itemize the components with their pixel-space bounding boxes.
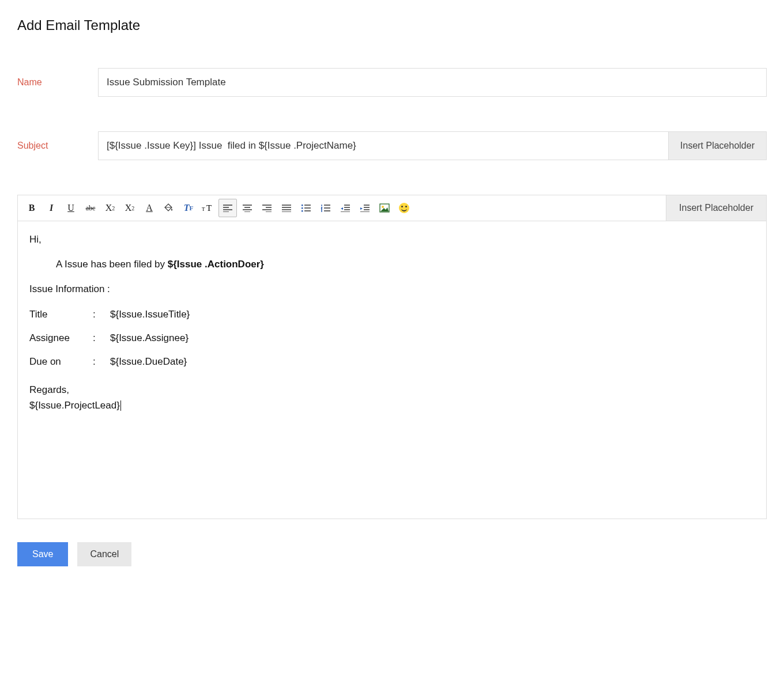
svg-marker-46 (380, 207, 389, 211)
subscript-button[interactable]: X2 (101, 199, 119, 217)
align-center-icon (242, 204, 252, 212)
body-info-row: Due on : ${Issue.DueDate} (29, 354, 755, 369)
font-size-icon: T T (202, 203, 214, 213)
rich-text-editor: B I U abc X2 X2 A TF T (17, 195, 767, 519)
align-justify-button[interactable] (277, 199, 296, 217)
align-center-button[interactable] (238, 199, 257, 217)
cancel-button[interactable]: Cancel (77, 542, 131, 566)
insert-placeholder-body-button[interactable]: Insert Placeholder (666, 195, 766, 221)
align-right-button[interactable] (258, 199, 276, 217)
body-greeting: Hi, (29, 232, 755, 247)
align-left-icon (223, 204, 233, 212)
ul-icon (301, 204, 311, 212)
name-row: Name (17, 68, 767, 97)
body-signoff: Regards, (29, 382, 755, 398)
editor-toolbar-row: B I U abc X2 X2 A TF T (18, 195, 766, 221)
body-intro: A Issue has been filed by ${Issue .Actio… (29, 256, 755, 272)
insert-emoji-button[interactable] (395, 199, 413, 217)
insert-placeholder-subject-button[interactable]: Insert Placeholder (668, 131, 767, 160)
svg-rect-18 (301, 205, 303, 206)
body-info-row: Title : ${Issue.IssueTitle} (29, 307, 755, 322)
smiley-icon (399, 203, 409, 213)
subject-row: Subject Insert Placeholder (17, 131, 767, 160)
align-right-icon (262, 204, 272, 212)
page-title: Add Email Template (17, 17, 767, 33)
ordered-list-button[interactable] (316, 199, 335, 217)
editor-toolbar: B I U abc X2 X2 A TF T (18, 195, 666, 221)
ol-icon (321, 204, 331, 212)
body-signature: ${Issue.ProjectLead} (29, 398, 755, 413)
image-icon (379, 203, 390, 213)
subject-input[interactable] (98, 131, 668, 160)
indent-icon (360, 204, 370, 212)
svg-marker-43 (360, 207, 363, 210)
underline-button[interactable]: U (62, 199, 80, 217)
svg-point-45 (382, 206, 384, 208)
clear-formatting-button[interactable]: TF (179, 199, 198, 217)
bold-button[interactable]: B (22, 199, 41, 217)
svg-rect-20 (301, 207, 303, 209)
svg-text:T: T (206, 203, 212, 213)
unordered-list-button[interactable] (297, 199, 315, 217)
body-info-row: Assignee : ${Issue.Assignee} (29, 330, 755, 346)
svg-rect-22 (301, 210, 303, 212)
superscript-button[interactable]: X2 (120, 199, 139, 217)
font-size-button[interactable]: T T (199, 199, 217, 217)
save-button[interactable]: Save (17, 542, 68, 566)
subject-label: Subject (17, 141, 98, 151)
fill-color-button[interactable] (160, 199, 178, 217)
editor-content[interactable]: Hi, A Issue has been filed by ${Issue .A… (18, 221, 766, 519)
paint-bucket-icon (164, 203, 174, 213)
body-section-head: Issue Information : (29, 281, 755, 297)
outdent-button[interactable] (336, 199, 355, 217)
insert-image-button[interactable] (375, 199, 394, 217)
name-input[interactable] (98, 68, 767, 97)
align-justify-icon (281, 204, 292, 212)
svg-marker-38 (341, 207, 343, 210)
indent-button[interactable] (356, 199, 374, 217)
form-actions: Save Cancel (17, 542, 767, 566)
align-left-button[interactable] (218, 199, 237, 217)
strikethrough-button[interactable]: abc (81, 199, 100, 217)
svg-text:T: T (202, 206, 205, 212)
outdent-icon (340, 204, 350, 212)
text-caret (120, 400, 121, 411)
italic-button[interactable]: I (42, 199, 61, 217)
font-color-button[interactable]: A (140, 199, 159, 217)
name-label: Name (17, 77, 98, 88)
